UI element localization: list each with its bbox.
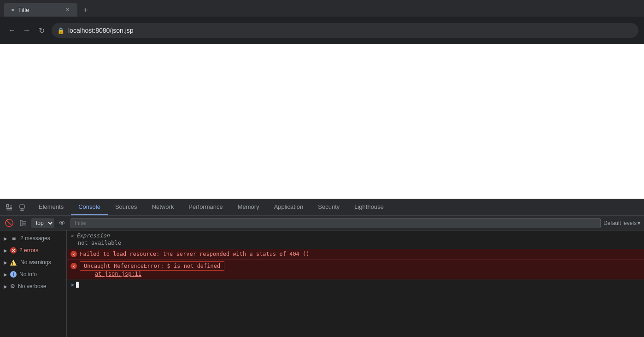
- sidebar-item-warnings[interactable]: ▶ No warnings: [0, 256, 66, 268]
- address-text: localhost:8080/json.jsp: [68, 27, 134, 34]
- tab-favicon: ●: [11, 6, 14, 13]
- info-icon: i: [10, 271, 17, 278]
- error-line1-text: Uncaught ReferenceError: $ is not define…: [80, 261, 224, 271]
- console-cursor[interactable]: [76, 282, 79, 288]
- console-input-row: >: [67, 279, 644, 290]
- browser-tab[interactable]: ● Title ✕: [4, 3, 77, 17]
- not-available-text: not available: [67, 240, 644, 249]
- verbose-icon: ⚙: [10, 283, 15, 290]
- tab-title: Title: [18, 6, 29, 13]
- tab-security[interactable]: Security: [310, 199, 347, 215]
- nav-buttons: ← → ↻: [6, 24, 48, 37]
- messages-icon: ≡: [10, 235, 18, 242]
- inspect-element-button[interactable]: [4, 202, 15, 213]
- tab-sources[interactable]: Sources: [108, 199, 145, 215]
- forward-button[interactable]: →: [20, 24, 33, 37]
- address-bar[interactable]: 🔒 localhost:8080/json.jsp: [52, 23, 638, 38]
- error-icon-1: ✕: [70, 251, 77, 257]
- sidebar-item-info[interactable]: ▶ i No info: [0, 268, 66, 280]
- default-levels-button[interactable]: Default levels ▾: [603, 220, 640, 226]
- expand-arrow-icon: ▶: [4, 272, 7, 277]
- error-line2: at json.jsp:11: [70, 271, 640, 277]
- tab-performance[interactable]: Performance: [181, 199, 230, 215]
- address-icon: 🔒: [57, 27, 64, 34]
- page-content: [0, 44, 644, 199]
- context-selector[interactable]: top: [31, 218, 54, 228]
- warnings-icon: [10, 260, 17, 266]
- console-toolbar: 🚫 top 👁 Default levels ▾: [0, 216, 644, 231]
- back-button[interactable]: ←: [6, 24, 18, 37]
- expand-arrow-icon: ▶: [4, 284, 7, 289]
- sidebar-item-messages[interactable]: ▶ ≡ 2 messages: [0, 232, 66, 244]
- sidebar-toggle-button[interactable]: [18, 218, 29, 229]
- console-output: ✕ Expression not available ✕ Failed to l…: [67, 231, 644, 337]
- devtools-icon-buttons: [0, 202, 31, 213]
- console-error-row-1: ✕ Failed to load resource: the server re…: [67, 249, 644, 260]
- sidebar-item-verbose[interactable]: ▶ ⚙ No verbose: [0, 280, 66, 292]
- filter-input[interactable]: [70, 218, 601, 228]
- tab-close-button[interactable]: ✕: [65, 6, 70, 13]
- tab-console[interactable]: Console: [71, 199, 108, 215]
- eye-button[interactable]: 👁: [57, 218, 68, 229]
- expand-arrow-icon: ▶: [4, 260, 7, 265]
- devtools-toolbar: Elements Console Sources Network Perform…: [0, 199, 644, 216]
- sidebar-item-errors[interactable]: ▶ ✕ 2 errors: [0, 244, 66, 256]
- devtools-tabs: Elements Console Sources Network Perform…: [31, 199, 391, 215]
- svg-rect-5: [20, 205, 24, 208]
- tab-lighthouse[interactable]: Lighthouse: [347, 199, 391, 215]
- svg-rect-8: [20, 220, 22, 226]
- tab-network[interactable]: Network: [145, 199, 181, 215]
- browser-chrome: ← → ↻ 🔒 localhost:8080/json.jsp: [0, 17, 644, 44]
- console-expression-row: ✕ Expression: [67, 231, 644, 240]
- svg-rect-0: [6, 205, 9, 207]
- error-icon-2: ✕: [70, 263, 77, 269]
- expand-arrow-icon: ▶: [4, 248, 7, 253]
- reload-button[interactable]: ↻: [35, 24, 48, 37]
- device-toolbar-button[interactable]: [17, 202, 28, 213]
- browser-tab-bar: ● Title ✕ +: [0, 0, 644, 17]
- console-prompt-icon: >: [70, 281, 74, 288]
- errors-icon: ✕: [10, 247, 17, 254]
- tab-elements[interactable]: Elements: [31, 199, 71, 215]
- console-error-row-2: ✕ Uncaught ReferenceError: $ is not defi…: [67, 260, 644, 279]
- close-expression-button[interactable]: ✕: [70, 233, 74, 239]
- new-tab-button[interactable]: +: [79, 4, 92, 17]
- chevron-down-icon: ▾: [638, 220, 640, 226]
- tab-application[interactable]: Application: [267, 199, 311, 215]
- console-sidebar: ▶ ≡ 2 messages ▶ ✕ 2 errors ▶ No warning…: [0, 231, 67, 337]
- clear-console-button[interactable]: 🚫: [4, 218, 15, 229]
- devtools-main: ▶ ≡ 2 messages ▶ ✕ 2 errors ▶ No warning…: [0, 231, 644, 337]
- expand-arrow-icon: ▶: [4, 236, 7, 241]
- tab-memory[interactable]: Memory: [230, 199, 267, 215]
- devtools-panel: Elements Console Sources Network Perform…: [0, 199, 644, 337]
